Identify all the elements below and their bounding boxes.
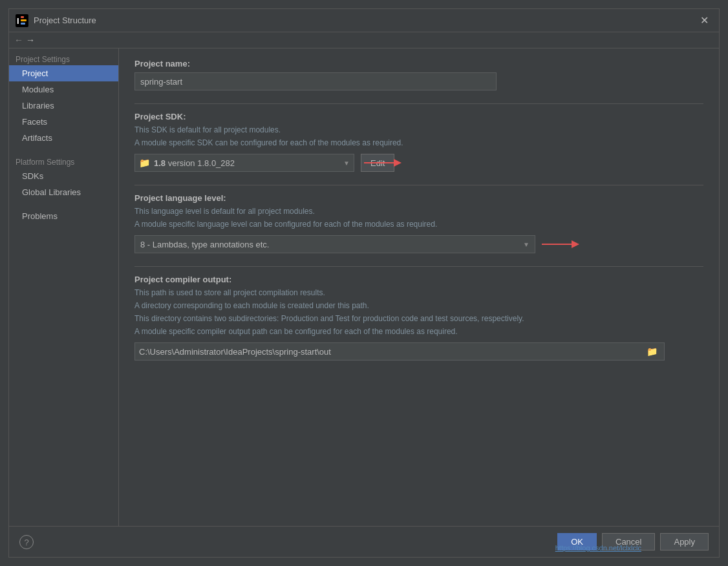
sdk-version-rest: version 1.8.0_282: [166, 158, 235, 168]
red-arrow-lang: [542, 238, 581, 251]
sidebar-item-sdks[interactable]: SDKs: [9, 168, 118, 184]
footer-left: ?: [19, 535, 34, 549]
sidebar-item-problems[interactable]: Problems: [9, 208, 118, 224]
svg-rect-4: [21, 23, 25, 25]
sdk-desc1: This SDK is default for all project modu…: [134, 124, 703, 136]
back-button[interactable]: ←: [14, 35, 23, 45]
language-level-section: Project language level: This language le…: [134, 193, 703, 253]
main-content: Project name: Project SDK: This SDK is d…: [119, 48, 719, 526]
svg-rect-3: [21, 19, 27, 21]
dialog-body: Project Settings Project Modules Librari…: [9, 48, 719, 526]
sidebar: Project Settings Project Modules Librari…: [9, 48, 119, 526]
compiler-output-path: C:\Users\Administrator\IdeaProjects\spri…: [139, 347, 644, 357]
sidebar-item-libraries[interactable]: Libraries: [9, 98, 118, 114]
compiler-output-section: Project compiler output: This path is us…: [134, 275, 703, 361]
sdk-dropdown-arrow: ▼: [343, 160, 350, 167]
sidebar-item-artifacts[interactable]: Artifacts: [9, 130, 118, 146]
title-bar: I Project Structure ✕: [9, 9, 719, 32]
close-button[interactable]: ✕: [696, 13, 712, 28]
sdk-row: 📁 1.8 version 1.8.0_282 ▼ Edit: [134, 154, 703, 172]
dialog-title: Project Structure: [34, 16, 96, 25]
sdk-dropdown[interactable]: 📁 1.8 version 1.8.0_282 ▼: [134, 154, 354, 172]
compiler-folder-button[interactable]: 📁: [644, 346, 660, 357]
forward-button[interactable]: →: [26, 35, 35, 45]
project-structure-dialog: I Project Structure ✕ ← → Project Settin…: [8, 8, 720, 558]
help-button[interactable]: ?: [19, 535, 34, 549]
sdk-dropdown-text: 1.8 version 1.8.0_282: [154, 158, 339, 168]
compiler-desc4: A module specific compiler output path c…: [134, 326, 703, 337]
apply-button[interactable]: Apply: [660, 533, 709, 550]
compiler-title: Project compiler output:: [134, 275, 703, 284]
compiler-desc1: This path is used to store all project c…: [134, 287, 703, 299]
platform-settings-section-label: Platform Settings: [9, 154, 118, 168]
divider-3: [134, 266, 703, 267]
sdk-version-bold: 1.8: [154, 158, 166, 168]
divider-2: [134, 185, 703, 185]
app-icon: I: [16, 14, 28, 27]
lang-dropdown-row: 8 - Lambdas, type annotations etc. ▼: [134, 235, 703, 253]
lang-dropdown-arrow: ▼: [523, 241, 530, 248]
sidebar-item-global-libraries[interactable]: Global Libraries: [9, 184, 118, 200]
watermark-text: https://blog.csdn.net/lclxlclc: [555, 544, 641, 552]
sdk-folder-icon: 📁: [139, 158, 150, 168]
compiler-desc2: A directory corresponding to each module…: [134, 300, 703, 311]
project-sdk-section: Project SDK: This SDK is default for all…: [134, 112, 703, 172]
lang-title: Project language level:: [134, 193, 703, 203]
compiler-desc3: This directory contains two subdirectori…: [134, 313, 703, 324]
footer: ? OK Cancel Apply https://blog.csdn.net/…: [9, 526, 719, 557]
sdk-desc2: A module specific SDK can be configured …: [134, 137, 703, 149]
svg-text:I: I: [17, 16, 19, 26]
language-dropdown[interactable]: 8 - Lambdas, type annotations etc. ▼: [134, 235, 535, 253]
compiler-output-row: C:\Users\Administrator\IdeaProjects\spri…: [134, 342, 665, 361]
divider-1: [134, 103, 703, 104]
project-name-input[interactable]: [134, 72, 497, 90]
project-name-section: Project name:: [134, 59, 703, 90]
title-bar-left: I Project Structure: [16, 14, 96, 27]
lang-dropdown-text: 8 - Lambdas, type annotations etc.: [140, 240, 523, 249]
sdk-title: Project SDK:: [134, 112, 703, 121]
sidebar-item-facets[interactable]: Facets: [9, 114, 118, 130]
nav-bar: ← →: [9, 32, 719, 48]
lang-desc2: A module specific language level can be …: [134, 218, 703, 230]
project-settings-section-label: Project Settings: [9, 51, 118, 65]
lang-desc1: This language level is default for all p…: [134, 205, 703, 217]
folder-icon: 📁: [647, 346, 658, 357]
svg-rect-2: [21, 16, 24, 18]
sidebar-item-modules[interactable]: Modules: [9, 81, 118, 98]
sidebar-item-project[interactable]: Project: [9, 65, 118, 81]
red-arrow-sdk: [364, 156, 403, 169]
project-name-label: Project name:: [134, 59, 703, 68]
